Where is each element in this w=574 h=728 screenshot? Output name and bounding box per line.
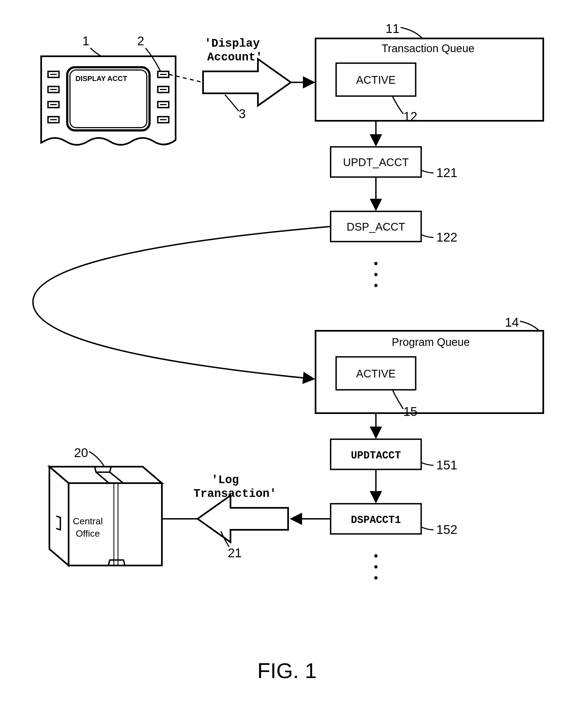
svg-point-30 bbox=[374, 554, 377, 558]
arrow-display-account-l2: Account' bbox=[207, 51, 262, 64]
svg-point-31 bbox=[374, 565, 377, 569]
ref-14: 14 bbox=[505, 315, 519, 330]
arrow-display-account-l1: 'Display bbox=[204, 37, 260, 50]
label-dsp-acct: DSP_ACCT bbox=[346, 221, 405, 233]
ref-20: 20 bbox=[74, 446, 88, 460]
ref-152: 152 bbox=[436, 523, 457, 537]
arrow-log-l1: 'Log bbox=[211, 473, 239, 487]
program-queue: Program Queue ACTIVE bbox=[316, 331, 543, 413]
ref-122: 122 bbox=[436, 230, 457, 244]
ref-12: 12 bbox=[403, 109, 417, 123]
ref-1: 1 bbox=[82, 34, 89, 48]
figure-caption: FIG. 1 bbox=[257, 658, 317, 683]
ref-11: 11 bbox=[385, 22, 400, 36]
arrow-display-account bbox=[203, 59, 291, 106]
svg-point-32 bbox=[374, 576, 377, 579]
terminal: DISPLAY ACCT bbox=[41, 56, 176, 145]
program-queue-active: ACTIVE bbox=[356, 368, 396, 380]
central-office-l1: Central bbox=[73, 516, 103, 526]
arrow-log-l2: Transaction' bbox=[194, 487, 276, 500]
transaction-queue-active: ACTIVE bbox=[356, 74, 396, 86]
svg-point-23 bbox=[374, 262, 377, 265]
ref-3: 3 bbox=[239, 107, 246, 121]
arrow-log-transaction bbox=[198, 496, 288, 542]
transaction-queue: Transaction Queue ACTIVE bbox=[316, 38, 543, 121]
ref-21: 21 bbox=[228, 546, 242, 560]
central-office-l2: Office bbox=[76, 528, 100, 539]
connector-dspacct-to-progqueue bbox=[33, 227, 331, 379]
svg-point-24 bbox=[374, 273, 377, 276]
ref-151: 151 bbox=[436, 458, 457, 472]
label-updt-acct: UPDT_ACCT bbox=[343, 156, 409, 168]
ref-2: 2 bbox=[137, 34, 144, 48]
central-office: Central Office bbox=[49, 467, 162, 566]
ref-121: 121 bbox=[436, 165, 457, 180]
terminal-screen-text: DISPLAY ACCT bbox=[76, 74, 127, 83]
program-queue-title: Program Queue bbox=[392, 336, 470, 348]
ref-15: 15 bbox=[403, 405, 417, 419]
label-updtacct: UPDTACCT bbox=[351, 450, 401, 461]
svg-point-25 bbox=[374, 284, 377, 287]
transaction-queue-title: Transaction Queue bbox=[382, 42, 475, 54]
label-dspacct1: DSPACCT1 bbox=[351, 514, 401, 526]
